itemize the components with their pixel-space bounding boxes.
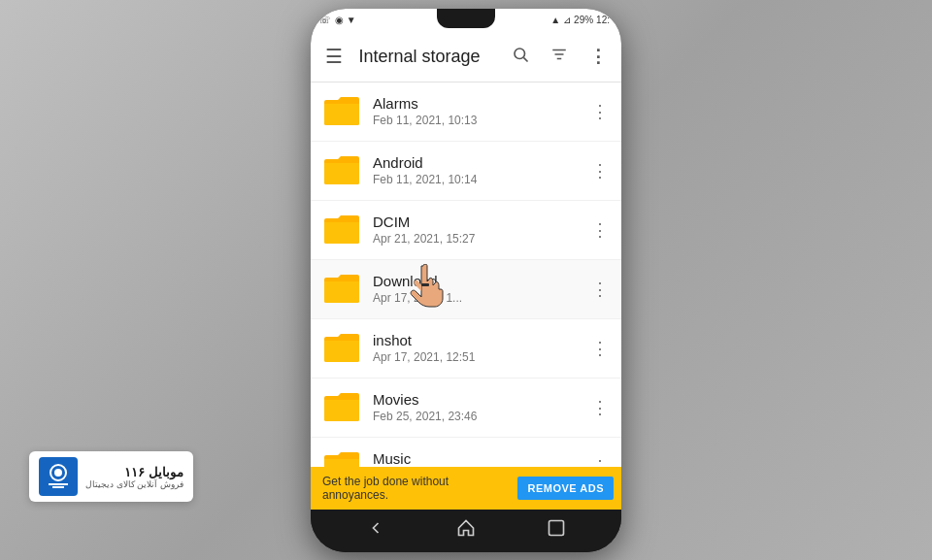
folder-name-music: Music	[373, 450, 586, 467]
watermark-text: موبایل ۱۱۶ فروش آنلاین کالای دیجیتال	[85, 465, 183, 489]
app-bar: ☰ Internal storage ⋮	[311, 32, 621, 82]
folder-icon-android	[322, 153, 361, 188]
ad-text: Get the job done without annoyances.	[322, 475, 510, 502]
folder-item-dcim[interactable]: DCIM Apr 21, 2021, 15:27 ⋮	[311, 201, 621, 260]
battery-level: 29%	[574, 15, 593, 25]
watermark-title: موبایل ۱۱۶	[85, 465, 183, 479]
svg-rect-6	[549, 521, 564, 536]
folder-info-inshot: inshot Apr 17, 2021, 12:51	[373, 332, 586, 364]
hamburger-icon: ☰	[325, 45, 343, 68]
folder-name-alarms: Alarms	[373, 95, 586, 112]
search-icon	[512, 46, 529, 67]
folder-info-dcim: DCIM Apr 21, 2021, 15:27	[373, 214, 586, 246]
status-bar-left: ☏ ◉ ▼	[318, 15, 356, 25]
more-button-music[interactable]: ⋮	[586, 453, 614, 467]
folder-item-alarms[interactable]: Alarms Feb 11, 2021, 10:13 ⋮	[311, 82, 621, 142]
folder-name-movies: Movies	[373, 391, 586, 408]
more-button-download[interactable]: ⋮	[586, 276, 614, 303]
folder-info-movies: Movies Feb 25, 2021, 23:46	[373, 391, 586, 423]
more-button-movies[interactable]: ⋮	[586, 394, 614, 421]
signal-strength-icon: ⊿	[563, 15, 571, 25]
back-button[interactable]	[358, 511, 393, 550]
vertical-dots-icon: ⋮	[589, 46, 608, 67]
folder-date-movies: Feb 25, 2021, 23:46	[373, 410, 586, 423]
menu-button[interactable]: ☰	[318, 41, 350, 72]
folder-item-inshot[interactable]: inshot Apr 17, 2021, 12:51 ⋮	[311, 319, 621, 379]
more-button-dcim[interactable]: ⋮	[586, 216, 614, 244]
folder-date-dcim: Apr 21, 2021, 15:27	[373, 232, 586, 246]
folder-icon-alarms	[322, 94, 361, 129]
wifi-icon: ▲	[550, 15, 560, 25]
folder-icon-movies	[322, 390, 361, 425]
folder-info-music: Music Mar 26, 2021, 13:33	[373, 450, 586, 467]
watermark: موبایل ۱۱۶ فروش آنلاین کالای دیجیتال	[29, 451, 193, 502]
folder-name-android: Android	[373, 154, 586, 171]
folder-icon-music	[322, 449, 361, 467]
ad-banner: Get the job done without annoyances. REM…	[311, 467, 621, 510]
svg-point-0	[515, 49, 525, 59]
folder-item-download[interactable]: Download Apr 17, 2021, 1... ⋮	[311, 260, 621, 319]
folder-name-download: Download	[373, 273, 586, 289]
file-list: Alarms Feb 11, 2021, 10:13 ⋮ Android Feb…	[311, 82, 621, 467]
folder-name-inshot: inshot	[373, 332, 586, 348]
folder-item-music[interactable]: Music Mar 26, 2021, 13:33 ⋮	[311, 438, 621, 467]
folder-info-alarms: Alarms Feb 11, 2021, 10:13	[373, 95, 586, 127]
sort-button[interactable]	[544, 41, 575, 72]
folder-icon-inshot	[322, 331, 361, 366]
folder-info-download: Download Apr 17, 2021, 1...	[373, 273, 586, 305]
folder-date-alarms: Feb 11, 2021, 10:13	[373, 114, 586, 127]
phone-frame: ☏ ◉ ▼ ▲ ⊿ 29% 12: ☰ Internal storage	[311, 9, 621, 552]
watermark-logo	[39, 457, 78, 496]
more-button-alarms[interactable]: ⋮	[586, 98, 614, 125]
watermark-subtitle: فروش آنلاین کالای دیجیتال	[85, 479, 183, 489]
folder-date-android: Feb 11, 2021, 10:14	[373, 173, 586, 186]
folder-item-movies[interactable]: Movies Feb 25, 2021, 23:46 ⋮	[311, 379, 621, 438]
folder-name-dcim: DCIM	[373, 214, 586, 230]
svg-point-9	[54, 469, 62, 477]
signal-icon: ☏	[318, 15, 331, 25]
nav-bar	[311, 510, 621, 552]
folder-date-inshot: Apr 17, 2021, 12:51	[373, 350, 586, 364]
clock: 12:	[596, 15, 610, 25]
folder-item-android[interactable]: Android Feb 11, 2021, 10:14 ⋮	[311, 142, 621, 201]
notch	[437, 9, 495, 28]
status-bar: ☏ ◉ ▼ ▲ ⊿ 29% 12:	[311, 9, 621, 32]
recents-button[interactable]	[539, 511, 574, 550]
sort-icon	[550, 46, 568, 67]
time-left: ◉ ▼	[335, 15, 356, 25]
more-button-android[interactable]: ⋮	[586, 157, 614, 184]
home-button[interactable]	[449, 511, 483, 550]
remove-ads-button[interactable]: REMOVE ADS	[517, 477, 614, 500]
more-button-inshot[interactable]: ⋮	[586, 335, 614, 362]
search-button[interactable]	[505, 41, 536, 72]
svg-line-1	[523, 57, 527, 61]
folder-date-download: Apr 17, 2021, 1...	[373, 291, 586, 305]
status-bar-right: ▲ ⊿ 29% 12:	[550, 15, 610, 25]
more-options-button[interactable]: ⋮	[582, 41, 614, 72]
page-title: Internal storage	[357, 47, 482, 67]
folder-icon-dcim	[322, 213, 361, 247]
folder-icon-download	[322, 272, 361, 307]
folder-info-android: Android Feb 11, 2021, 10:14	[373, 154, 586, 186]
